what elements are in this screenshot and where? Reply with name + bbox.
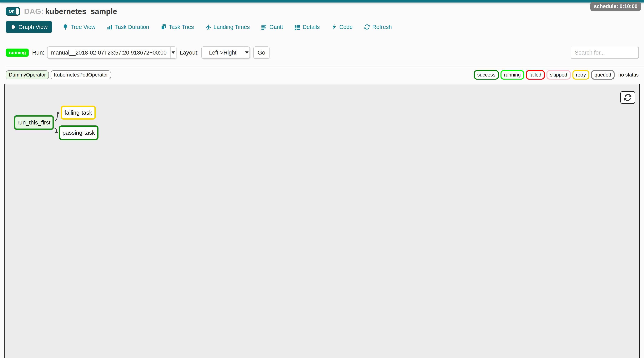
dag-name: kubernetes_sample — [45, 7, 117, 16]
state-badge-retry: retry — [572, 70, 589, 80]
view-tabs: Graph ViewTree ViewTask DurationTask Tri… — [6, 21, 638, 33]
operator-badge-kubernetespodoperator: KubernetesPodOperator — [50, 70, 111, 79]
state-legend: successrunningfailedskippedretryqueuedno… — [474, 70, 640, 80]
tab-gantt[interactable]: Gantt — [260, 21, 284, 33]
task-tries-icon — [160, 24, 166, 30]
divider — [6, 66, 644, 67]
chevron-down-icon — [244, 47, 250, 58]
tab-label: Task Duration — [115, 24, 149, 30]
list-icon — [294, 24, 300, 30]
gantt-icon — [261, 24, 267, 30]
refresh-icon — [624, 94, 632, 101]
operator-legend: DummyOperatorKubernetesPodOperator — [6, 70, 111, 79]
task-node-failing-task[interactable]: failing-task — [61, 106, 96, 120]
top-accent-bar — [0, 0, 644, 3]
page-title: DAG:kubernetes_sample — [24, 7, 117, 16]
tab-label: Task Tries — [169, 24, 194, 30]
layout-select-value: Left->Right — [202, 50, 244, 56]
state-badge-failed: failed — [526, 70, 545, 80]
schedule-badge: schedule: 0:10:00 — [590, 2, 641, 11]
search-input[interactable] — [571, 47, 638, 59]
run-select[interactable]: manual__2018-02-07T23:57:20.913672+00:00 — [47, 46, 176, 59]
tab-label: Tree View — [70, 24, 96, 30]
toggle-knob — [16, 8, 19, 15]
state-badge-no-status: no status — [616, 71, 640, 79]
layout-select[interactable]: Left->Right — [202, 46, 250, 59]
chevron-down-icon — [170, 47, 176, 58]
tab-tree-view[interactable]: Tree View — [61, 21, 96, 33]
tab-label: Graph View — [18, 24, 48, 30]
run-controls: running Run: manual__2018-02-07T23:57:20… — [6, 46, 638, 59]
graph-canvas[interactable]: run_this_firstfailing-taskpassing-task — [4, 84, 640, 358]
task-node-run-this-first[interactable]: run_this_first — [14, 115, 54, 130]
refresh-icon — [364, 24, 370, 30]
tab-graph-view[interactable]: Graph View — [6, 21, 52, 33]
dag-edge-run-this-first-to-passing-task — [55, 128, 58, 133]
run-select-value: manual__2018-02-07T23:57:20.913672+00:00 — [48, 50, 170, 56]
legend-row: DummyOperatorKubernetesPodOperator succe… — [6, 70, 640, 79]
tab-label: Gantt — [269, 24, 283, 30]
plane-icon — [206, 24, 211, 30]
tab-code[interactable]: Code — [330, 21, 354, 33]
task-node-passing-task[interactable]: passing-task — [59, 125, 98, 140]
bar-chart-icon — [107, 24, 113, 30]
run-label: Run: — [32, 49, 44, 56]
toggle-on-label: On — [9, 9, 14, 14]
graph-refresh-button[interactable] — [620, 91, 635, 104]
tab-landing-times[interactable]: Landing Times — [204, 21, 251, 33]
tab-details[interactable]: Details — [293, 21, 321, 33]
state-badge-skipped: skipped — [546, 70, 571, 80]
bolt-icon — [331, 24, 337, 30]
tree-icon — [62, 24, 68, 30]
go-button[interactable]: Go — [253, 46, 270, 59]
graph-view-icon — [10, 24, 16, 30]
tab-refresh[interactable]: Refresh — [363, 21, 393, 33]
state-badge-running: running — [500, 70, 524, 80]
tab-task-duration[interactable]: Task Duration — [106, 21, 150, 33]
tab-label: Landing Times — [214, 24, 250, 30]
dag-edge-run-this-first-to-failing-task — [55, 113, 60, 121]
operator-badge-dummyoperator: DummyOperator — [6, 70, 49, 79]
dag-on-off-toggle[interactable]: On — [6, 7, 20, 16]
page-header: On DAG:kubernetes_sample — [6, 7, 638, 16]
tab-label: Refresh — [372, 24, 392, 30]
state-badge-success: success — [474, 70, 499, 80]
dag-edges-layer — [5, 84, 640, 358]
run-status-badge: running — [6, 49, 29, 57]
state-badge-queued: queued — [591, 70, 615, 80]
dag-prefix-label: DAG: — [24, 7, 44, 16]
tab-task-tries[interactable]: Task Tries — [160, 21, 195, 33]
tab-label: Details — [302, 24, 320, 30]
tab-label: Code — [339, 24, 352, 30]
layout-label: Layout: — [180, 49, 199, 56]
